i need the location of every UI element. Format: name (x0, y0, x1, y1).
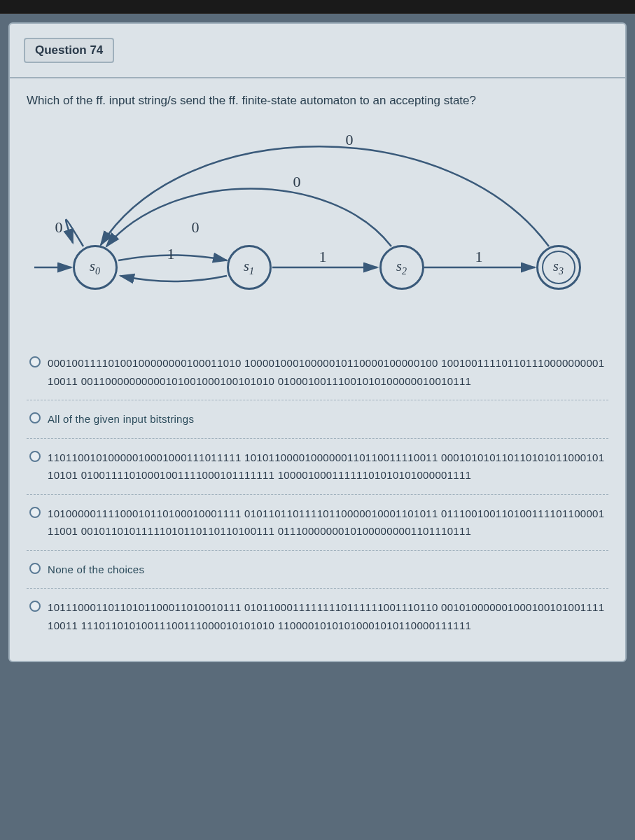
option-4[interactable]: 10100000111100010110100010001111 0101101… (27, 494, 608, 550)
radio-icon (29, 451, 41, 462)
label-s0-s1: 1 (167, 245, 175, 263)
radio-icon (29, 507, 41, 518)
option-1-text: 00010011110100100000000100011010 1000010… (48, 354, 606, 390)
option-6-text: 10111000110110101100011010010111 0101100… (48, 598, 606, 634)
automaton-edges (31, 120, 605, 323)
option-1[interactable]: 00010011110100100000000100011010 1000010… (27, 344, 608, 400)
option-2-text: All of the given input bitstrings (48, 410, 194, 428)
question-prompt: Which of the ff. input string/s send the… (27, 94, 608, 108)
option-5-text: None of the choices (48, 561, 144, 579)
answer-options: 00010011110100100000000100011010 1000010… (27, 344, 608, 644)
state-s0: s0 (73, 245, 118, 290)
option-6[interactable]: 10111000110110101100011010010111 0101100… (27, 588, 608, 644)
question-number-badge: Question 74 (24, 38, 114, 63)
option-3-text: 11011001010000010001000111011111 1010110… (48, 449, 606, 484)
state-s1: s1 (227, 245, 272, 290)
state-s3: s3 (536, 245, 581, 290)
option-2[interactable]: All of the given input bitstrings (27, 400, 608, 438)
question-card: Question 74 Which of the ff. input strin… (8, 22, 627, 662)
label-s0-loop: 0 (55, 218, 63, 237)
label-s3-s0: 0 (346, 131, 354, 149)
page: Question 74 Which of the ff. input strin… (0, 14, 635, 671)
option-4-text: 10100000111100010110100010001111 0101101… (48, 505, 606, 540)
question-body: Which of the ff. input string/s send the… (10, 77, 625, 661)
automaton-diagram: s0 s1 s2 s3 0 1 0 1 0 1 0 (31, 120, 605, 323)
label-s2-s3: 1 (475, 248, 483, 266)
radio-icon (29, 412, 41, 424)
radio-icon (29, 356, 41, 368)
radio-icon (29, 563, 41, 574)
radio-icon (29, 601, 41, 612)
browser-chrome (0, 0, 635, 14)
option-3[interactable]: 11011001010000010001000111011111 1010110… (27, 438, 608, 494)
option-5[interactable]: None of the choices (27, 550, 608, 589)
label-s1-s2: 1 (319, 248, 327, 266)
label-s1-s0: 0 (192, 218, 200, 237)
state-s2: s2 (379, 245, 424, 290)
label-s2-s0: 0 (293, 173, 301, 191)
